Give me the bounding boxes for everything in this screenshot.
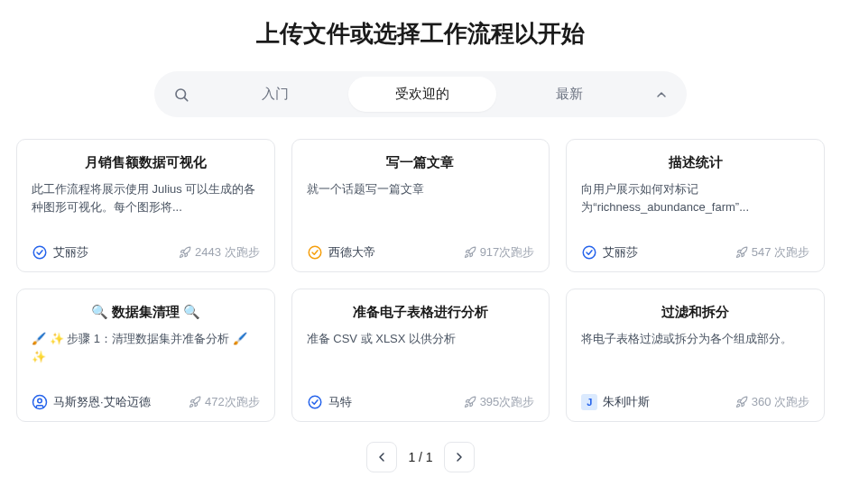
svg-point-4 — [584, 246, 596, 259]
pagination: 1 / 1 — [9, 442, 832, 472]
card-footer: 艾丽莎 547 次跑步 — [581, 244, 809, 261]
tab-popular[interactable]: 受欢迎的 — [348, 77, 495, 112]
avatar-letter: J — [581, 394, 597, 410]
card-runs: 360 次跑步 — [735, 394, 809, 410]
workflow-card[interactable]: 描述统计 向用户展示如何对标记为“richness_abundance_farm… — [566, 139, 825, 272]
card-title: 描述统计 — [581, 154, 809, 171]
runs-count: 472次跑步 — [205, 394, 260, 410]
card-description: 向用户展示如何对标记为“richness_abundance_farm”... — [581, 180, 809, 235]
rocket-icon — [464, 246, 476, 259]
workflow-card[interactable]: 过滤和拆分 将电子表格过滤或拆分为各个组成部分。 J 朱利叶斯 360 次跑步 — [566, 289, 825, 422]
card-title: 月销售额数据可视化 — [32, 154, 260, 171]
workflow-grid: 月销售额数据可视化 此工作流程将展示使用 Julius 可以生成的各种图形可视化… — [9, 139, 832, 422]
card-description: 将电子表格过滤或拆分为各个组成部分。 — [581, 330, 809, 385]
card-author: 艾丽莎 — [32, 244, 88, 261]
card-footer: 马特 395次跑步 — [307, 394, 535, 410]
card-runs: 472次跑步 — [189, 394, 260, 410]
page-indicator: 1 / 1 — [408, 450, 432, 464]
card-footer: 艾丽莎 2443 次跑步 — [32, 244, 260, 261]
rocket-icon — [735, 396, 748, 408]
author-name: 西德大帝 — [328, 244, 375, 261]
card-author: J 朱利叶斯 — [581, 394, 650, 410]
author-name: 马特 — [328, 394, 352, 410]
verified-icon — [32, 244, 48, 261]
card-description: 就一个话题写一篇文章 — [307, 180, 535, 235]
runs-count: 2443 次跑步 — [195, 244, 260, 261]
card-description: 🖌️ ✨ 步骤 1：清理数据集并准备分析 🖌️ ✨ — [32, 330, 260, 385]
verified-icon — [307, 244, 323, 261]
runs-count: 547 次跑步 — [752, 244, 809, 261]
card-footer: 马斯努恩·艾哈迈德 472次跑步 — [32, 394, 260, 410]
card-author: 艾丽莎 — [581, 244, 638, 261]
tab-getting-started[interactable]: 入门 — [201, 77, 348, 112]
card-title: 准备电子表格进行分析 — [307, 304, 535, 321]
prev-page-button[interactable] — [366, 442, 397, 472]
chevron-left-icon — [374, 450, 389, 464]
author-name: 艾丽莎 — [53, 244, 88, 261]
page-title: 上传文件或选择工作流程以开始 — [9, 18, 832, 50]
card-runs: 917次跑步 — [464, 244, 535, 261]
author-name: 朱利叶斯 — [603, 394, 650, 410]
search-icon — [173, 87, 189, 103]
card-author: 马特 — [307, 394, 352, 410]
workflow-card[interactable]: 写一篇文章 就一个话题写一篇文章 西德大帝 917次跑步 — [291, 139, 550, 272]
author-name: 艾丽莎 — [603, 244, 638, 261]
card-author: 西德大帝 — [307, 244, 375, 261]
user-circle-icon — [32, 394, 48, 410]
rocket-icon — [735, 246, 748, 259]
svg-point-2 — [33, 246, 46, 259]
tab-latest[interactable]: 最新 — [496, 77, 643, 112]
chevron-right-icon — [452, 450, 467, 464]
verified-icon — [581, 244, 597, 261]
chevron-up-icon — [654, 87, 669, 102]
rocket-icon — [179, 246, 191, 259]
workflow-card[interactable]: 准备电子表格进行分析 准备 CSV 或 XLSX 以供分析 马特 395次跑步 — [291, 289, 550, 422]
collapse-button[interactable] — [643, 87, 679, 102]
runs-count: 917次跑步 — [480, 244, 535, 261]
svg-point-7 — [309, 396, 321, 408]
card-title: 写一篇文章 — [307, 154, 535, 171]
card-title: 🔍 数据集清理 🔍 — [32, 304, 260, 321]
verified-icon — [307, 394, 323, 410]
card-footer: J 朱利叶斯 360 次跑步 — [581, 394, 809, 410]
workflow-card[interactable]: 🔍 数据集清理 🔍 🖌️ ✨ 步骤 1：清理数据集并准备分析 🖌️ ✨ 马斯努恩… — [16, 289, 275, 422]
runs-count: 395次跑步 — [480, 394, 535, 410]
search-button[interactable] — [162, 87, 201, 103]
card-runs: 2443 次跑步 — [179, 244, 260, 261]
rocket-icon — [464, 396, 476, 408]
card-footer: 西德大帝 917次跑步 — [307, 244, 535, 261]
svg-point-3 — [309, 246, 321, 259]
card-title: 过滤和拆分 — [581, 304, 809, 321]
card-description: 准备 CSV 或 XLSX 以供分析 — [307, 330, 535, 385]
rocket-icon — [189, 396, 201, 408]
next-page-button[interactable] — [444, 442, 475, 472]
workflow-card[interactable]: 月销售额数据可视化 此工作流程将展示使用 Julius 可以生成的各种图形可视化… — [16, 139, 275, 272]
runs-count: 360 次跑步 — [752, 394, 809, 410]
svg-point-6 — [38, 399, 42, 403]
svg-line-1 — [184, 97, 187, 100]
card-runs: 547 次跑步 — [735, 244, 809, 261]
card-description: 此工作流程将展示使用 Julius 可以生成的各种图形可视化。每个图形将... — [32, 180, 260, 235]
card-author: 马斯努恩·艾哈迈德 — [32, 394, 151, 410]
card-runs: 395次跑步 — [464, 394, 535, 410]
author-name: 马斯努恩·艾哈迈德 — [53, 394, 151, 410]
filter-bar: 入门 受欢迎的 最新 — [154, 71, 687, 117]
